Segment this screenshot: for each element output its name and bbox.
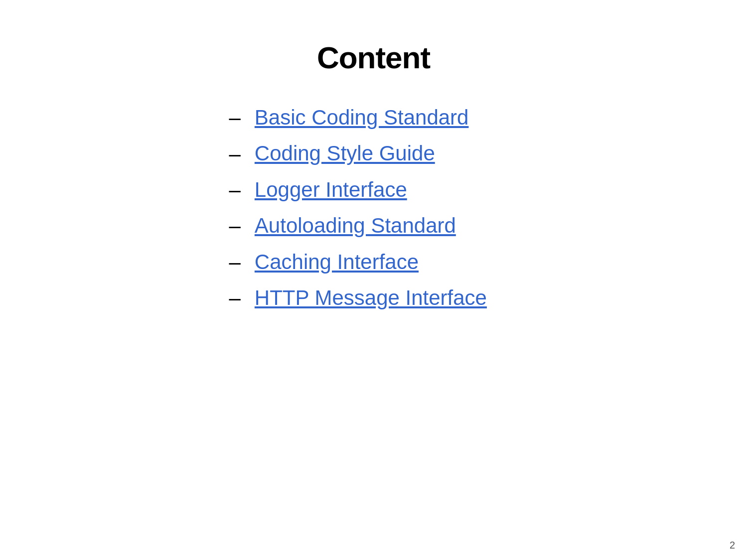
page-container: Content –Basic Coding Standard–Coding St… [0, 0, 747, 560]
list-item: –Basic Coding Standard [229, 105, 548, 130]
list-item: –Logger Interface [229, 177, 548, 202]
page-title: Content [317, 40, 430, 75]
content-link-3[interactable]: Logger Interface [255, 177, 407, 202]
list-dash: – [229, 107, 241, 128]
content-list: –Basic Coding Standard–Coding Style Guid… [199, 105, 548, 321]
list-dash: – [229, 143, 241, 164]
page-number: 2 [730, 540, 735, 551]
list-dash: – [229, 287, 241, 308]
list-item: –HTTP Message Interface [229, 285, 548, 310]
content-link-5[interactable]: Caching Interface [255, 250, 419, 275]
content-link-2[interactable]: Coding Style Guide [255, 141, 435, 166]
content-link-1[interactable]: Basic Coding Standard [255, 105, 469, 130]
list-item: –Coding Style Guide [229, 141, 548, 166]
list-dash: – [229, 252, 241, 273]
list-dash: – [229, 215, 241, 236]
list-dash: – [229, 179, 241, 200]
list-item: –Caching Interface [229, 250, 548, 275]
content-link-6[interactable]: HTTP Message Interface [255, 285, 487, 310]
list-item: –Autoloading Standard [229, 213, 548, 238]
content-link-4[interactable]: Autoloading Standard [255, 213, 456, 238]
